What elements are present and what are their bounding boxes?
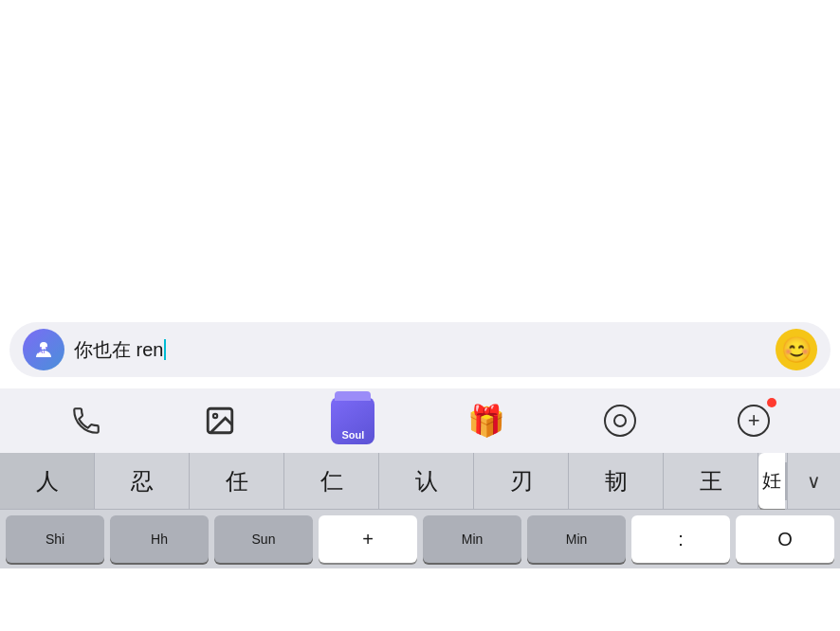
suggestion-item-ren8[interactable]: 妊 bbox=[758, 453, 785, 509]
gift-icon: 🎁 bbox=[467, 403, 505, 439]
phone-icon bbox=[70, 405, 102, 437]
svg-text:AI: AI bbox=[38, 347, 46, 355]
chat-content-area bbox=[0, 0, 840, 322]
keyboard-suggestions: 人 忍 任 仁 认 刃 韧 王 妊 ∨ bbox=[0, 453, 840, 510]
key-plus[interactable]: + bbox=[319, 515, 417, 563]
suggestion-item-ren6[interactable]: 刃 bbox=[474, 453, 569, 509]
key-hh[interactable]: Hh bbox=[110, 515, 209, 563]
suggestion-item-wang[interactable]: 王 bbox=[664, 453, 758, 509]
image-button[interactable] bbox=[195, 396, 245, 445]
key-shi[interactable]: Shi bbox=[6, 515, 104, 563]
key-o[interactable]: O bbox=[736, 515, 834, 563]
notification-dot bbox=[767, 398, 776, 407]
record-icon bbox=[604, 405, 636, 437]
suggestion-item-ren5[interactable]: 认 bbox=[379, 453, 474, 509]
soul-button[interactable]: Soul bbox=[329, 392, 376, 449]
message-input[interactable]: 你也在 ren bbox=[74, 337, 776, 363]
avatar: AI bbox=[23, 329, 64, 370]
suggestion-list: 人 忍 任 仁 认 刃 韧 王 妊 bbox=[0, 453, 785, 509]
svg-point-5 bbox=[213, 414, 217, 418]
avatar-icon: AI bbox=[32, 338, 55, 361]
suggestion-item-ren3[interactable]: 任 bbox=[190, 453, 284, 509]
soul-box: Soul bbox=[331, 397, 374, 444]
key-min1[interactable]: Min bbox=[423, 515, 521, 563]
record-button[interactable] bbox=[595, 396, 645, 445]
toolbar: Soul 🎁 bbox=[0, 388, 840, 453]
plus-icon bbox=[738, 405, 770, 437]
svg-point-2 bbox=[46, 347, 47, 349]
soul-label: Soul bbox=[341, 429, 364, 441]
key-colon[interactable]: : bbox=[631, 515, 730, 563]
input-bar: AI 你也在 ren 😊 bbox=[9, 322, 831, 377]
image-icon bbox=[204, 405, 236, 437]
suggestion-item-ren7[interactable]: 韧 bbox=[569, 453, 664, 509]
chevron-down-icon: ∨ bbox=[807, 470, 821, 493]
key-sun[interactable]: Sun bbox=[214, 515, 313, 563]
more-button[interactable] bbox=[729, 396, 778, 445]
emoji-button[interactable]: 😊 bbox=[776, 329, 817, 370]
suggestion-item-ren[interactable]: 人 bbox=[0, 453, 95, 509]
key-min2[interactable]: Min bbox=[527, 515, 626, 563]
gift-button[interactable]: 🎁 bbox=[462, 396, 511, 445]
suggestion-item-ren2[interactable]: 忍 bbox=[95, 453, 190, 509]
keyboard-row: Shi Hh Sun + Min Min : O bbox=[0, 510, 840, 568]
collapse-suggestions-button[interactable]: ∨ bbox=[787, 453, 840, 509]
suggestion-item-ren4[interactable]: 仁 bbox=[284, 453, 379, 509]
phone-button[interactable] bbox=[62, 396, 111, 445]
